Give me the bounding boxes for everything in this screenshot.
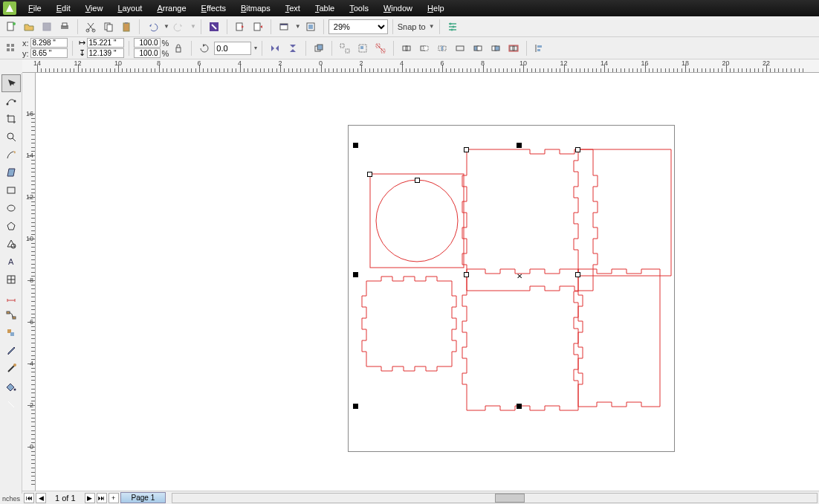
intersect-button[interactable] <box>434 40 450 56</box>
interactive-fill-tool[interactable] <box>1 395 21 413</box>
freehand-tool[interactable] <box>1 146 21 164</box>
eyedropper-tool[interactable] <box>1 342 21 360</box>
ruler-units: nches <box>0 494 22 504</box>
boundary-button[interactable] <box>505 40 522 56</box>
prev-page-button[interactable]: ◀ <box>36 493 46 503</box>
redo-button[interactable] <box>171 19 187 35</box>
weld-button[interactable] <box>398 40 415 56</box>
simplify-button[interactable] <box>452 40 468 56</box>
trim-button[interactable] <box>416 40 433 56</box>
last-page-button[interactable]: ⏭ <box>97 493 107 503</box>
ellipse-tool[interactable] <box>1 199 21 217</box>
node-handle[interactable] <box>464 272 469 277</box>
scale-x-input[interactable] <box>134 38 161 48</box>
add-page-button[interactable]: + <box>109 493 119 503</box>
ungroup-all-button[interactable] <box>372 40 389 56</box>
drawing-page <box>348 125 675 452</box>
smart-fill-tool[interactable] <box>1 164 21 181</box>
zoom-combo[interactable]: 29% <box>328 19 388 34</box>
menu-table[interactable]: Table <box>308 1 342 15</box>
basic-shapes-tool[interactable] <box>1 235 21 253</box>
export-button[interactable] <box>250 19 266 35</box>
import-button[interactable] <box>232 19 248 35</box>
node-handle[interactable] <box>415 178 420 183</box>
outline-tool[interactable] <box>1 360 21 378</box>
width-input[interactable] <box>87 38 124 48</box>
dimension-tool[interactable] <box>1 288 21 306</box>
front-minus-back-button[interactable] <box>470 40 486 56</box>
ungroup-button[interactable] <box>337 40 353 56</box>
to-front-button[interactable] <box>311 40 327 56</box>
menu-bar: FileEditViewLayoutArrangeEffectsBitmapsT… <box>0 0 819 16</box>
welcome-button[interactable] <box>302 19 319 35</box>
menu-file[interactable]: File <box>21 1 49 15</box>
fill-tool[interactable] <box>1 378 21 395</box>
undo-dropdown[interactable]: ▼ <box>164 23 169 30</box>
mirror-h-button[interactable] <box>267 40 283 56</box>
page-tab[interactable]: Page 1 <box>120 492 166 503</box>
redo-dropdown[interactable]: ▼ <box>190 23 196 30</box>
node-handle[interactable] <box>367 172 372 177</box>
horizontal-scrollbar[interactable] <box>172 493 818 503</box>
horizontal-ruler[interactable]: 14121086420246810121416182022 <box>22 59 819 73</box>
group-button[interactable] <box>355 40 371 56</box>
pick-tool[interactable] <box>1 74 21 92</box>
menu-edit[interactable]: Edit <box>49 1 78 15</box>
x-input[interactable] <box>30 38 68 48</box>
interactive-blend-tool[interactable] <box>1 324 21 342</box>
first-page-button[interactable]: ⏮ <box>24 493 34 503</box>
polygon-tool[interactable] <box>1 217 21 235</box>
undo-button[interactable] <box>144 19 161 35</box>
selection-handle-bl[interactable] <box>353 404 358 409</box>
vertical-ruler[interactable]: 1614121086420 <box>22 73 36 491</box>
menu-window[interactable]: Window <box>376 1 420 15</box>
node-handle[interactable] <box>575 272 580 277</box>
svg-rect-13 <box>254 23 260 30</box>
selection-handle-tm[interactable] <box>517 143 522 148</box>
launcher-dropdown[interactable]: ▼ <box>295 23 301 30</box>
cut-button[interactable] <box>82 19 99 35</box>
menu-help[interactable]: Help <box>420 1 452 15</box>
selection-center[interactable]: ✕ <box>517 272 522 280</box>
search-button[interactable] <box>206 19 222 35</box>
menu-view[interactable]: View <box>78 1 111 15</box>
height-input[interactable] <box>87 48 124 58</box>
open-button[interactable] <box>21 19 37 35</box>
mirror-v-button[interactable] <box>285 40 301 56</box>
table-tool[interactable] <box>1 271 21 288</box>
node-handle[interactable] <box>575 147 580 152</box>
menu-effects[interactable]: Effects <box>194 1 233 15</box>
print-button[interactable] <box>56 19 73 35</box>
selection-handle-ml[interactable] <box>353 272 358 277</box>
text-tool[interactable]: A <box>1 253 21 271</box>
connector-tool[interactable] <box>1 306 21 324</box>
menu-layout[interactable]: Layout <box>110 1 149 15</box>
app-launcher-button[interactable] <box>276 19 292 35</box>
selection-handle-tl[interactable] <box>353 143 358 148</box>
rotation-input[interactable] <box>214 42 251 55</box>
options-button[interactable] <box>444 19 461 35</box>
rectangle-tool[interactable] <box>1 181 21 199</box>
menu-arrange[interactable]: Arrange <box>149 1 193 15</box>
selection-handle-bm[interactable] <box>517 404 522 409</box>
align-button[interactable] <box>531 40 548 56</box>
paste-button[interactable] <box>118 19 135 35</box>
next-page-button[interactable]: ▶ <box>85 493 95 503</box>
back-minus-front-button[interactable] <box>488 40 504 56</box>
menu-tools[interactable]: Tools <box>342 1 376 15</box>
menu-text[interactable]: Text <box>278 1 308 15</box>
snap-dropdown[interactable]: ▼ <box>429 23 435 30</box>
copy-button[interactable] <box>100 19 117 35</box>
lock-ratio-button[interactable] <box>170 40 187 56</box>
new-button[interactable] <box>3 19 19 35</box>
y-input[interactable] <box>30 48 68 58</box>
zoom-tool[interactable] <box>1 128 21 146</box>
node-handle[interactable] <box>464 147 469 152</box>
menu-bitmaps[interactable]: Bitmaps <box>233 1 278 15</box>
scale-y-input[interactable] <box>134 48 161 58</box>
save-button[interactable] <box>39 19 55 35</box>
shape-tool[interactable] <box>1 92 21 110</box>
canvas[interactable]: ✕ <box>36 73 819 491</box>
svg-rect-59 <box>7 311 10 314</box>
crop-tool[interactable] <box>1 110 21 128</box>
